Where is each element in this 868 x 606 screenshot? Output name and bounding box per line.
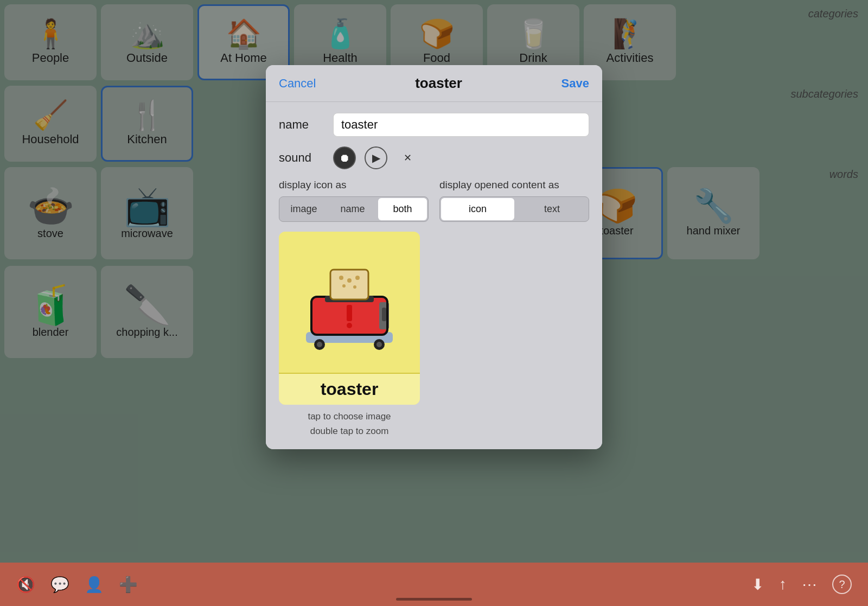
svg-point-18	[347, 323, 352, 328]
icon-option-image[interactable]: image	[279, 197, 328, 221]
download-button[interactable]: ⬇	[751, 576, 764, 594]
svg-point-4	[376, 342, 382, 347]
content-option-icon[interactable]: icon	[441, 198, 514, 220]
tap-hint: tap to choose image double tap to zoom	[279, 409, 420, 438]
sound-row: sound ⏺ ▶ ✕	[279, 146, 589, 169]
sound-label: sound	[279, 151, 333, 165]
modal-dialog: Cancel toaster Save name sound ⏺ ▶ ✕	[266, 65, 602, 449]
modal-overlay: Cancel toaster Save name sound ⏺ ▶ ✕	[0, 0, 868, 563]
modal-title: toaster	[316, 75, 561, 92]
name-label: name	[279, 118, 333, 132]
display-content-label: display opened content as	[439, 179, 589, 191]
svg-point-14	[342, 284, 346, 288]
mute-button[interactable]: 🔇	[16, 576, 35, 594]
sound-clear-button[interactable]: ✕	[396, 146, 419, 169]
display-sections: display icon as image name both display …	[279, 179, 589, 222]
display-content-section: display opened content as icon text	[439, 179, 589, 222]
toolbar-left: 🔇 💬 👤 ➕	[16, 576, 138, 594]
help-button[interactable]: ?	[832, 575, 852, 594]
sound-controls: ⏺ ▶ ✕	[333, 146, 419, 169]
image-preview-container: toaster tap to choose image double tap t…	[279, 232, 420, 438]
name-input[interactable]	[333, 113, 589, 137]
more-button[interactable]: ⋯	[802, 576, 817, 594]
icon-toggle-group: image name both	[279, 196, 429, 222]
share-button[interactable]: ↑	[779, 576, 787, 593]
svg-rect-16	[382, 308, 386, 321]
svg-point-13	[355, 276, 360, 280]
add-button[interactable]: ➕	[119, 576, 138, 594]
svg-point-11	[339, 276, 343, 280]
svg-rect-17	[347, 305, 352, 321]
home-indicator	[396, 598, 472, 601]
image-preview-area: toaster tap to choose image double tap t…	[279, 232, 589, 438]
svg-rect-9	[330, 270, 368, 299]
toaster-image	[279, 232, 420, 373]
chat-button[interactable]: 💬	[50, 576, 69, 594]
modal-body: name sound ⏺ ▶ ✕ display icon as image	[266, 102, 602, 449]
content-toggle-group: icon text	[439, 196, 589, 222]
toolbar-right: ⬇ ↑ ⋯ ?	[751, 575, 852, 594]
modal-header: Cancel toaster Save	[266, 65, 602, 102]
svg-point-15	[353, 285, 356, 289]
image-preview-label: toaster	[279, 373, 420, 405]
save-button[interactable]: Save	[561, 76, 589, 91]
content-option-text[interactable]: text	[515, 197, 589, 221]
display-icon-section: display icon as image name both	[279, 179, 429, 222]
toaster-svg	[295, 248, 404, 356]
icon-option-name[interactable]: name	[328, 197, 377, 221]
name-row: name	[279, 113, 589, 137]
person-button[interactable]: 👤	[85, 576, 104, 594]
svg-point-12	[347, 278, 352, 283]
cancel-button[interactable]: Cancel	[279, 76, 316, 91]
image-preview[interactable]: toaster	[279, 232, 420, 405]
sound-play-button[interactable]: ▶	[365, 146, 387, 169]
sound-record-button[interactable]: ⏺	[333, 146, 356, 169]
display-icon-label: display icon as	[279, 179, 429, 191]
svg-point-2	[317, 342, 322, 347]
icon-option-both[interactable]: both	[378, 198, 427, 220]
